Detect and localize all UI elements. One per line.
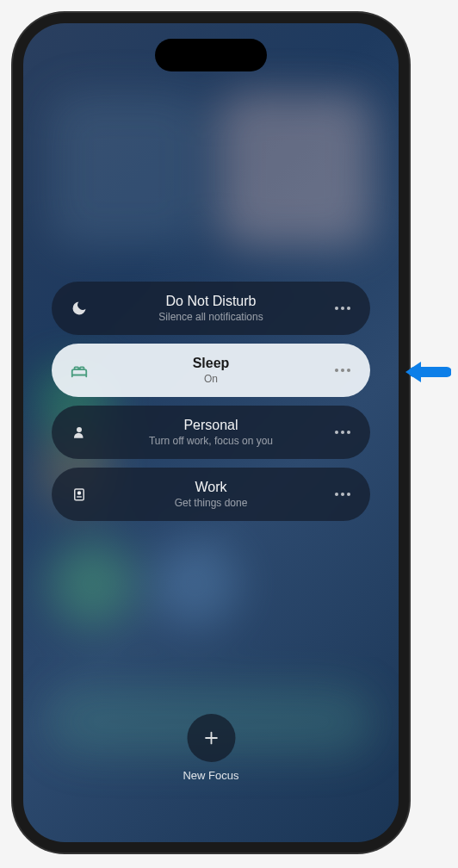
more-button[interactable]	[332, 360, 353, 381]
focus-subtitle: On	[90, 373, 332, 385]
focus-subtitle: Get things done	[90, 497, 332, 509]
phone-screen: Do Not Disturb Silence all notifications	[23, 23, 399, 842]
focus-title: Personal	[90, 418, 332, 433]
focus-overlay: Do Not Disturb Silence all notifications	[23, 23, 399, 842]
more-button[interactable]	[332, 484, 353, 505]
focus-do-not-disturb[interactable]: Do Not Disturb Silence all notifications	[52, 282, 370, 335]
more-button[interactable]	[332, 422, 353, 443]
focus-subtitle: Silence all notifications	[90, 311, 332, 323]
ellipsis-icon	[335, 493, 350, 496]
focus-sleep[interactable]: Sleep On	[52, 344, 370, 397]
moon-icon	[69, 298, 90, 319]
new-focus-button[interactable]: New Focus	[183, 714, 238, 782]
ellipsis-icon	[335, 307, 350, 310]
focus-work[interactable]: Work Get things done	[52, 468, 370, 521]
focus-list: Do Not Disturb Silence all notifications	[52, 282, 370, 521]
more-button[interactable]	[332, 298, 353, 319]
new-focus-label: New Focus	[183, 769, 238, 782]
callout-arrow-icon	[404, 357, 451, 388]
focus-subtitle: Turn off work, focus on you	[90, 435, 332, 447]
dynamic-island	[155, 39, 267, 71]
focus-personal[interactable]: Personal Turn off work, focus on you	[52, 406, 370, 459]
person-icon	[69, 422, 90, 443]
focus-title: Do Not Disturb	[90, 294, 332, 309]
svg-point-0	[77, 427, 82, 432]
bed-icon	[69, 360, 90, 381]
focus-title: Sleep	[90, 356, 332, 371]
plus-icon	[201, 728, 220, 747]
phone-frame: Do Not Disturb Silence all notifications	[13, 13, 409, 852]
ellipsis-icon	[335, 431, 350, 434]
ellipsis-icon	[335, 369, 350, 372]
badge-icon	[69, 484, 90, 505]
svg-point-2	[78, 492, 81, 494]
focus-title: Work	[90, 480, 332, 495]
